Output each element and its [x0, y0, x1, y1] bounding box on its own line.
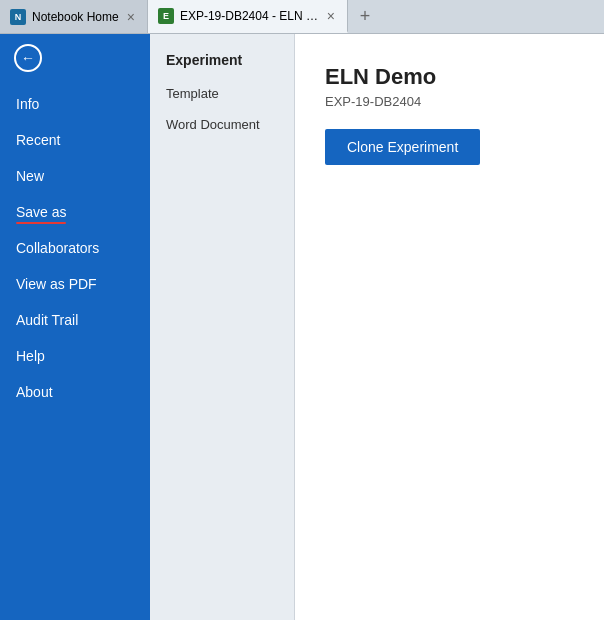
sidebar: ← InfoRecentNewSave asCollaboratorsView … [0, 34, 150, 620]
tab-close-notebook-home[interactable]: × [125, 9, 137, 25]
content-title: ELN Demo [325, 64, 574, 90]
sidebar-item-collaborators[interactable]: Collaborators [0, 230, 150, 266]
sidebar-item-new[interactable]: New [0, 158, 150, 194]
tab-notebook-home[interactable]: NNotebook Home× [0, 0, 148, 33]
sidebar-item-help[interactable]: Help [0, 338, 150, 374]
sidebar-item-recent[interactable]: Recent [0, 122, 150, 158]
submenu-heading: Experiment [150, 44, 294, 78]
main-layout: ← InfoRecentNewSave asCollaboratorsView … [0, 34, 604, 620]
back-arrow-icon: ← [21, 51, 35, 65]
submenu-item-word-document[interactable]: Word Document [150, 109, 294, 140]
submenu-panel: Experiment TemplateWord Document [150, 34, 295, 620]
sidebar-item-info[interactable]: Info [0, 86, 150, 122]
sidebar-item-save-as[interactable]: Save as [0, 194, 150, 230]
sidebar-item-about[interactable]: About [0, 374, 150, 410]
tab-icon-exp-tab: E [158, 8, 174, 24]
tab-label-exp-tab: EXP-19-DB2404 - ELN Demo [180, 9, 319, 23]
sidebar-back-button[interactable]: ← [0, 34, 150, 82]
tab-exp-tab[interactable]: EEXP-19-DB2404 - ELN Demo× [148, 0, 348, 33]
content-area: ELN Demo EXP-19-DB2404 Clone Experiment [295, 34, 604, 620]
tab-label-notebook-home: Notebook Home [32, 10, 119, 24]
clone-experiment-button[interactable]: Clone Experiment [325, 129, 480, 165]
sidebar-item-audit-trail[interactable]: Audit Trail [0, 302, 150, 338]
sidebar-nav: InfoRecentNewSave asCollaboratorsView as… [0, 86, 150, 410]
tab-bar: NNotebook Home×EEXP-19-DB2404 - ELN Demo… [0, 0, 604, 34]
tab-close-exp-tab[interactable]: × [325, 8, 337, 24]
back-circle[interactable]: ← [14, 44, 42, 72]
content-subtitle: EXP-19-DB2404 [325, 94, 574, 109]
save-as-underline [16, 222, 66, 224]
tab-icon-notebook-home: N [10, 9, 26, 25]
submenu-item-template[interactable]: Template [150, 78, 294, 109]
new-tab-button[interactable]: + [348, 0, 382, 33]
sidebar-item-view-as-pdf[interactable]: View as PDF [0, 266, 150, 302]
